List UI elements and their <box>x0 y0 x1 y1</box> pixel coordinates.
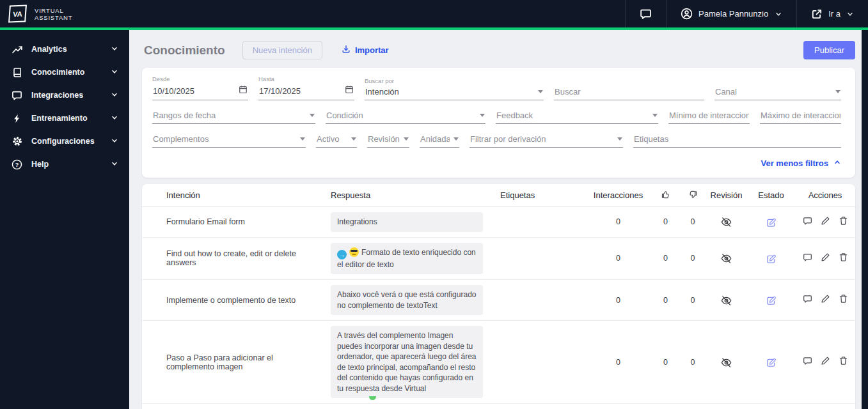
delete-action-icon[interactable] <box>839 252 848 265</box>
filter-channel-select[interactable]: Canal <box>714 77 841 100</box>
state-cell <box>747 252 795 264</box>
edit-action-icon[interactable] <box>821 252 830 265</box>
delete-action-icon[interactable] <box>839 356 848 368</box>
intent-cell[interactable]: Formulario Email form <box>142 217 327 226</box>
col-header-actions: Acciones <box>795 190 855 200</box>
thumbs-up-icon <box>651 190 680 201</box>
dislikes-count: 0 <box>680 296 706 305</box>
edit-square-icon[interactable] <box>766 216 776 227</box>
filter-max-interactions-input[interactable]: Máximo de interacciones <box>760 109 841 124</box>
filter-date-to[interactable]: Hasta 17/10/2025 <box>258 75 354 100</box>
edit-square-icon[interactable] <box>766 357 776 367</box>
filter-search-by-select[interactable]: Buscar por Intención <box>365 77 544 100</box>
right-edge-strip <box>862 30 868 409</box>
filter-tags-input[interactable]: Etiquetas <box>633 133 841 148</box>
filters-row-1: Desde 10/10/2025 Hasta 17/10/2025 <box>152 75 841 100</box>
virtual-assistant-app: VA VIRTUAL ASSISTANT Pamela Pannunzio <box>0 0 868 409</box>
response-preview[interactable]: →Formato de texto enriquecido con el edi… <box>331 243 483 275</box>
filter-derivation-select[interactable]: Filtrar por derivación <box>470 133 623 148</box>
chevron-up-icon <box>833 158 841 168</box>
new-intent-button[interactable]: Nueva intención <box>242 41 322 59</box>
sidebar-item-integraciones[interactable]: Integraciones <box>0 84 129 107</box>
interactions-count: 0 <box>585 296 651 305</box>
actions-cell <box>795 294 855 306</box>
user-name: Pamela Pannunzio <box>698 9 768 19</box>
filters-panel: Desde 10/10/2025 Hasta 17/10/2025 <box>142 68 855 178</box>
filter-feedback-select[interactable]: Feedback <box>496 109 658 124</box>
comment-action-icon[interactable] <box>803 216 812 228</box>
download-icon <box>342 45 351 56</box>
col-header-intent: Intención <box>142 190 327 200</box>
likes-count: 0 <box>651 217 680 226</box>
edit-square-icon[interactable] <box>766 252 776 263</box>
eye-off-icon[interactable] <box>721 252 732 263</box>
filter-revision-select[interactable]: Revisión <box>367 133 409 148</box>
actions-cell <box>795 356 855 368</box>
topbar-user-menu[interactable]: Pamela Pannunzio <box>666 0 796 27</box>
brand-name: VIRTUAL ASSISTANT <box>35 7 72 21</box>
likes-count: 0 <box>651 296 680 305</box>
col-header-interactions: Interacciones <box>585 190 651 200</box>
filter-date-ranges-select[interactable]: Rangos de fecha <box>152 109 315 124</box>
sidebar-item-help[interactable]: ? Help <box>0 153 129 176</box>
thumbs-down-icon <box>680 190 706 201</box>
toggle-filters-link[interactable]: Ver menos filtros <box>761 158 841 168</box>
intent-cell[interactable]: Paso a Paso para adicionar el complement… <box>142 353 327 371</box>
table-body: Formulario Email form Integrations 0 0 0 <box>142 207 855 409</box>
intent-cell[interactable]: Find out how to create, edit or delete a… <box>142 249 327 267</box>
comment-action-icon[interactable] <box>803 294 812 306</box>
filter-nested-select[interactable]: Anidadas <box>420 133 459 148</box>
caret-down-icon <box>617 137 622 141</box>
filter-date-from[interactable]: Desde 10/10/2025 <box>152 75 248 100</box>
calendar-icon[interactable] <box>239 85 248 96</box>
dislikes-count: 0 <box>680 217 706 226</box>
response-cell: A través del complemento Imagen puedes i… <box>327 326 493 398</box>
publish-button[interactable]: Publicar <box>803 41 855 59</box>
sidebar-item-analytics[interactable]: Analytics <box>0 38 129 61</box>
sidebar-item-entrenamiento[interactable]: Entrenamiento <box>0 107 129 130</box>
sidebar-item-label: Help <box>31 160 49 169</box>
topbar-goto-menu[interactable]: Ir a <box>796 0 868 27</box>
filter-min-interactions-input[interactable]: Mínimo de interacciones <box>668 109 750 124</box>
eye-off-icon[interactable] <box>721 216 732 227</box>
interactions-count: 0 <box>585 254 651 263</box>
sidebar-item-label: Configuraciones <box>31 137 95 146</box>
filter-addons-select[interactable]: Complementos <box>152 133 306 148</box>
comment-action-icon[interactable] <box>803 252 812 265</box>
comment-action-icon[interactable] <box>803 356 812 368</box>
edit-action-icon[interactable] <box>821 356 830 368</box>
caret-down-icon <box>480 114 485 117</box>
edit-action-icon[interactable] <box>821 294 830 306</box>
delete-action-icon[interactable] <box>839 216 848 228</box>
channel-placeholder: Canal <box>715 87 832 96</box>
calendar-icon[interactable] <box>345 85 354 96</box>
response-preview[interactable]: A través del complemento Imagen puedes i… <box>331 326 483 398</box>
col-header-response: Respuesta <box>327 190 493 200</box>
accent-divider <box>0 27 868 30</box>
delete-action-icon[interactable] <box>839 294 848 306</box>
sidebar-item-configuraciones[interactable]: Configuraciones <box>0 130 129 153</box>
chat-bubble-icon <box>640 8 652 20</box>
filter-search-input[interactable]: Buscar <box>554 77 704 100</box>
sidebar-item-conocimiento[interactable]: Conocimiento <box>0 61 129 84</box>
topbar-chat-button[interactable] <box>625 0 666 27</box>
svg-text:?: ? <box>15 161 19 167</box>
caret-down-icon <box>538 90 543 93</box>
intent-cell[interactable]: Implemente o complemento de texto <box>142 296 327 305</box>
eye-off-icon[interactable] <box>721 356 732 367</box>
import-button[interactable]: Importar <box>342 45 389 56</box>
response-preview[interactable]: Abaixo você verá o que está configurado … <box>331 285 483 315</box>
filter-active-select[interactable]: Activo <box>316 133 357 148</box>
interactions-count: 0 <box>585 217 651 226</box>
chat-bubble-icon <box>11 90 23 101</box>
edit-action-icon[interactable] <box>821 216 830 228</box>
chevron-down-icon <box>111 66 118 78</box>
caret-down-icon <box>351 137 356 141</box>
chevron-down-icon <box>111 89 118 101</box>
response-preview[interactable]: Integrations <box>331 212 483 232</box>
chevron-down-icon <box>775 10 782 18</box>
filter-condition-select[interactable]: Condición <box>326 109 485 124</box>
edit-square-icon[interactable] <box>766 295 776 305</box>
eye-off-icon[interactable] <box>721 294 732 305</box>
filters-row-3: Complementos Activo Revisión Anidadas Fi… <box>152 133 841 148</box>
